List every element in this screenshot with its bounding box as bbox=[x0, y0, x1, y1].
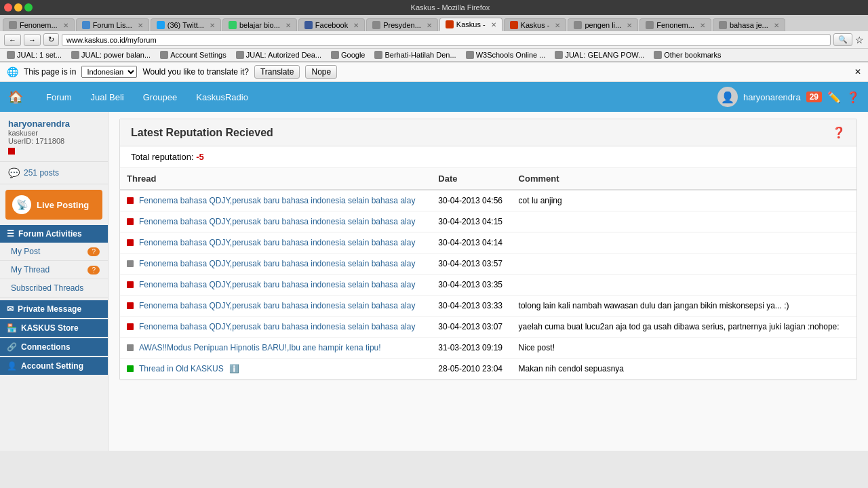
tab-bar: Fenonem...✕Forum Lis...✕(36) Twitt...✕be… bbox=[0, 15, 868, 31]
thread-cell: Fenonema bahasa QDJY,perusak baru bahasa… bbox=[120, 317, 431, 338]
bookmark-item[interactable]: JUAL: 1 set... bbox=[4, 50, 64, 60]
thread-cell: Fenonema bahasa QDJY,perusak baru bahasa… bbox=[120, 232, 431, 253]
search-btn[interactable]: 🔍 bbox=[833, 33, 852, 46]
browser-tab[interactable]: (36) Twitt...✕ bbox=[151, 18, 221, 31]
header-username[interactable]: haryonarendra bbox=[743, 92, 801, 102]
thread-link[interactable]: AWAS!!Modus Penipuan Hipnotis BARU!,Ibu … bbox=[139, 343, 381, 352]
sidebar-item-subscribed[interactable]: Subscribed Threads bbox=[0, 279, 108, 298]
minimize-window-btn[interactable] bbox=[14, 3, 22, 12]
account-icon: 👤 bbox=[7, 361, 17, 371]
back-btn[interactable]: ← bbox=[4, 34, 21, 46]
sidebar-item-my-post[interactable]: My Post ? bbox=[0, 243, 108, 261]
edit-icon[interactable]: ✏️ bbox=[827, 91, 841, 104]
language-select[interactable]: Indonesian bbox=[81, 66, 137, 78]
reputation-table: ThreadDateComment Fenonema bahasa QDJY,p… bbox=[120, 168, 856, 380]
translate-btn[interactable]: Translate bbox=[254, 65, 300, 79]
thread-link[interactable]: Fenonema bahasa QDJY,perusak baru bahasa… bbox=[139, 196, 415, 205]
browser-tab[interactable]: Kaskus -✕ bbox=[504, 18, 567, 31]
account-setting-section[interactable]: 👤 Account Setting bbox=[0, 357, 108, 375]
browser-tab[interactable]: Kaskus -✕ bbox=[439, 18, 502, 31]
my-post-link[interactable]: My Post bbox=[11, 247, 40, 256]
account-setting-label: Account Setting bbox=[21, 361, 83, 371]
home-btn[interactable]: 🏠 bbox=[8, 89, 23, 104]
browser-tab[interactable]: Fenonem...✕ bbox=[3, 18, 75, 31]
thread-link[interactable]: Fenonema bahasa QDJY,perusak baru bahasa… bbox=[139, 322, 415, 331]
my-thread-badge: ? bbox=[87, 266, 100, 274]
thread-link[interactable]: Fenonema bahasa QDJY,perusak baru bahasa… bbox=[139, 259, 415, 268]
total-reputation: Total reputation: -5 bbox=[120, 146, 856, 168]
forum-activities-icon: ☰ bbox=[7, 229, 14, 239]
help-icon[interactable]: ❓ bbox=[846, 91, 860, 104]
my-thread-link[interactable]: My Thread bbox=[11, 265, 50, 274]
bookmarks-bar: JUAL: 1 set...JUAL: power balan...Accoun… bbox=[0, 49, 868, 62]
kaskus-store-label: KASKUS Store bbox=[21, 323, 79, 333]
sidebar-item-my-thread[interactable]: My Thread ? bbox=[0, 261, 108, 279]
notification-badge[interactable]: 29 bbox=[806, 92, 822, 102]
thread-link[interactable]: Fenonema bahasa QDJY,perusak baru bahasa… bbox=[139, 301, 415, 310]
translate-text1: This page is in bbox=[24, 67, 76, 77]
live-posting-btn[interactable]: 📡 Live Posting bbox=[5, 190, 102, 220]
comment-cell: Makan nih cendol sepuasnya bbox=[512, 359, 856, 380]
table-row: Fenonema bahasa QDJY,perusak baru bahasa… bbox=[120, 253, 856, 274]
main-nav: ForumJual BeliGroupeeKaskusRadio bbox=[37, 82, 258, 112]
nav-link[interactable]: Forum bbox=[37, 82, 81, 112]
live-posting-icon: 📡 bbox=[12, 195, 31, 214]
translate-icon: 🌐 bbox=[7, 66, 18, 77]
date-cell: 30-04-2013 03:35 bbox=[431, 274, 511, 296]
thread-info-icon[interactable]: ℹ️ bbox=[229, 364, 239, 373]
private-message-icon: ✉ bbox=[7, 304, 14, 314]
nav-link[interactable]: Jual Beli bbox=[81, 82, 134, 112]
browser-tab[interactable]: belajar bio...✕ bbox=[222, 18, 297, 31]
bookmark-item[interactable]: Berhati-Hatilah Den... bbox=[372, 50, 458, 60]
user-id: UserID: 1711808 bbox=[8, 137, 100, 145]
thread-link[interactable]: Fenonema bahasa QDJY,perusak baru bahasa… bbox=[139, 280, 415, 289]
browser-tab[interactable]: Facebook✕ bbox=[298, 18, 365, 31]
sidebar-username: haryonarendra bbox=[8, 119, 100, 129]
thread-link[interactable]: Fenonema bahasa QDJY,perusak baru bahasa… bbox=[139, 217, 415, 226]
table-row: Fenonema bahasa QDJY,perusak baru bahasa… bbox=[120, 296, 856, 317]
thread-cell: Fenonema bahasa QDJY,perusak baru bahasa… bbox=[120, 190, 431, 211]
maximize-window-btn[interactable] bbox=[24, 3, 33, 12]
browser-tab[interactable]: Presyden...✕ bbox=[366, 18, 438, 31]
private-message-section[interactable]: ✉ Private Message bbox=[0, 300, 108, 318]
bookmark-star-icon[interactable]: ☆ bbox=[855, 35, 864, 45]
subscribed-link[interactable]: Subscribed Threads bbox=[11, 283, 83, 293]
translate-text2: Would you like to translate it? bbox=[142, 67, 249, 77]
close-translate-icon[interactable]: ✕ bbox=[854, 67, 861, 77]
thread-link[interactable]: Fenonema bahasa QDJY,perusak baru bahasa… bbox=[139, 238, 415, 247]
browser-tab[interactable]: Fenonem...✕ bbox=[639, 18, 711, 31]
connections-label: Connections bbox=[21, 342, 71, 352]
comment-cell bbox=[512, 253, 856, 274]
browser-tab[interactable]: Forum Lis...✕ bbox=[76, 18, 149, 31]
bookmark-item[interactable]: JUAL: GELANG POW... bbox=[552, 50, 647, 60]
refresh-btn[interactable]: ↻ bbox=[43, 33, 59, 46]
nope-btn[interactable]: Nope bbox=[305, 65, 337, 79]
post-count-link[interactable]: 251 posts bbox=[24, 168, 59, 178]
bookmark-item[interactable]: JUAL: Autorized Dea... bbox=[233, 50, 324, 60]
close-window-btn[interactable] bbox=[4, 3, 12, 12]
comment-cell: cot lu anjing bbox=[512, 190, 856, 211]
date-cell: 30-04-2013 04:56 bbox=[431, 190, 511, 211]
bookmark-item[interactable]: JUAL: power balan... bbox=[68, 50, 153, 60]
bookmark-item[interactable]: W3Schools Online ... bbox=[463, 50, 549, 60]
user-area: 👤 haryonarendra 29 ✏️ ❓ bbox=[717, 87, 860, 107]
forward-btn[interactable]: → bbox=[24, 34, 41, 46]
thread-cell: Fenonema bahasa QDJY,perusak baru bahasa… bbox=[120, 211, 431, 232]
bookmark-item[interactable]: Account Settings bbox=[157, 50, 229, 60]
panel-header: Latest Reputation Recieved ❓ bbox=[120, 119, 856, 146]
url-input[interactable] bbox=[62, 34, 831, 46]
connections-section[interactable]: 🔗 Connections bbox=[0, 338, 108, 356]
table-header: Thread bbox=[120, 168, 431, 190]
browser-tab[interactable]: pengen li...✕ bbox=[568, 18, 638, 31]
nav-link[interactable]: Groupee bbox=[134, 82, 187, 112]
date-cell: 31-03-2013 09:19 bbox=[431, 338, 511, 359]
kaskus-store-section[interactable]: 🏪 KASKUS Store bbox=[0, 319, 108, 337]
browser-tab[interactable]: bahasa je...✕ bbox=[713, 18, 785, 31]
forum-activities-section[interactable]: ☰ Forum Activities bbox=[0, 225, 108, 243]
bookmark-item[interactable]: Google bbox=[328, 50, 368, 60]
table-row: AWAS!!Modus Penipuan Hipnotis BARU!,Ibu … bbox=[120, 338, 856, 359]
help-circle-icon[interactable]: ❓ bbox=[832, 126, 846, 139]
nav-link[interactable]: KaskusRadio bbox=[186, 82, 258, 112]
thread-link[interactable]: Thread in Old KASKUS bbox=[139, 364, 224, 373]
bookmark-item[interactable]: Other bookmarks bbox=[651, 50, 724, 60]
